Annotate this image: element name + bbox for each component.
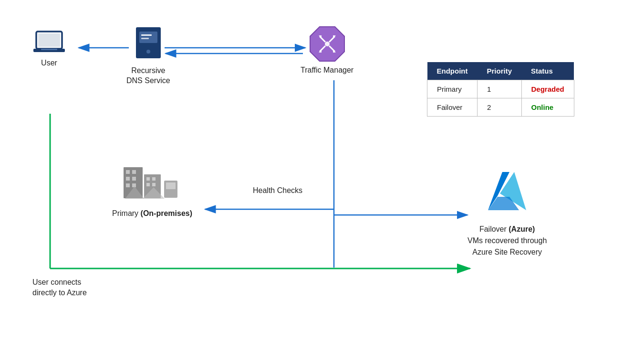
table-row: Failover 2 Online [427,98,574,117]
health-checks-label: Health Checks [253,186,302,195]
dns-label: Recursive DNS Service [126,66,170,86]
table-header-priority: Priority [477,62,521,80]
svg-rect-25 [126,183,130,187]
table-cell-priority-1: 1 [477,80,521,98]
svg-rect-30 [146,183,150,186]
table-cell-status-2: Online [521,98,574,117]
user-label: User [41,59,57,67]
svg-rect-29 [152,177,156,181]
failover-label-line3: Azure Site Recovery [472,248,542,256]
table-cell-endpoint-2: Failover [427,98,478,117]
traffic-manager-svg [308,25,346,63]
svg-rect-24 [132,177,136,181]
endpoint-table: Endpoint Priority Status Primary 1 Degra… [427,62,574,117]
svg-rect-22 [132,170,136,174]
svg-rect-8 [41,49,57,50]
dns-icon: Recursive DNS Service [126,25,170,86]
table-row: Primary 1 Degraded [427,80,574,98]
azure-logo-svg [483,167,531,220]
user-connects-line2: directly to Azure [32,289,87,297]
dns-server-svg [134,25,163,63]
svg-point-13 [146,50,150,54]
svg-rect-26 [132,183,136,187]
user-icon: User [32,30,66,67]
svg-rect-31 [152,183,156,186]
onpremises-svg [116,162,188,205]
svg-rect-12 [141,38,149,39]
svg-rect-11 [141,34,152,36]
user-connects-line1: User connects [32,278,81,286]
table-header-status: Status [521,62,574,80]
laptop-svg-graphic [32,30,66,56]
table-cell-endpoint-1: Primary [427,80,478,98]
user-connects-label: User connects directly to Azure [32,277,87,299]
failover-icon: Failover (Azure) VMs recovered through A… [467,167,547,258]
svg-rect-33 [166,182,176,189]
svg-point-19 [325,42,330,46]
svg-rect-23 [126,177,130,181]
failover-label: Failover (Azure) VMs recovered through A… [467,224,547,258]
svg-rect-28 [146,177,150,181]
table-header-endpoint: Endpoint [427,62,478,80]
traffic-manager-icon: Traffic Manager [301,25,353,75]
svg-rect-6 [38,33,60,47]
svg-rect-21 [126,170,130,174]
primary-icon: Primary (On-premises) [112,162,192,218]
diagram-container: User Recursive DNS Service [0,0,644,343]
table-cell-priority-2: 2 [477,98,521,117]
primary-label: Primary (On-premises) [112,209,192,218]
table-cell-status-1: Degraded [521,80,574,98]
traffic-manager-label: Traffic Manager [301,66,353,75]
svg-rect-10 [139,32,157,43]
failover-label-line2: VMs recovered through [467,236,547,245]
failover-label-line1: Failover (Azure) [479,225,535,233]
